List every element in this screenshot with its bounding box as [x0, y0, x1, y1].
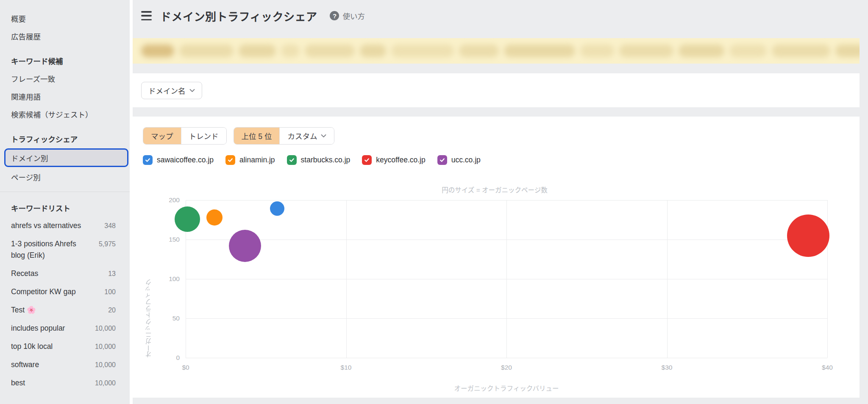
sidebar-item-link[interactable]: ページ別 — [0, 168, 133, 186]
redacted-blob — [281, 45, 300, 57]
redacted-blob — [141, 45, 174, 57]
question-icon: ? — [330, 11, 339, 20]
keyword-list-count: 10,000 — [95, 359, 116, 371]
sidebar-item-link[interactable]: 検索候補（サジェスト） — [0, 105, 133, 123]
y-axis-tick-label: 0 — [158, 354, 180, 362]
keyword-list-count: 5,975 — [99, 238, 116, 250]
keyword-list-count: 10,000 — [95, 341, 116, 352]
chart-bubble[interactable] — [270, 201, 284, 216]
keyword-list-count: 10,000 — [95, 377, 116, 389]
gridline-vertical — [346, 200, 347, 358]
redacted-blob — [305, 45, 355, 57]
keyword-list-count: 20 — [108, 304, 116, 316]
x-axis-tick-label: $30 — [662, 364, 673, 371]
group-by-dropdown[interactable]: ドメイン名 — [141, 82, 202, 99]
chevron-down-icon — [189, 89, 195, 92]
y-axis-title: オーガニックトラフィック — [145, 200, 154, 358]
sidebar-heading: トラフィックシェア — [0, 130, 133, 148]
redacted-blob — [679, 45, 724, 57]
keyword-list-name: includes popular — [11, 323, 65, 334]
page-title: ドメイン別トラフィックシェア — [160, 8, 317, 24]
chart-bubble[interactable] — [229, 230, 261, 262]
x-axis-tick-label: $0 — [182, 364, 189, 371]
gridline-vertical — [506, 200, 507, 358]
redacted-blob — [772, 45, 830, 57]
chart-bubble[interactable] — [206, 209, 223, 226]
redacted-blob — [459, 45, 499, 57]
keyword-list-count: 348 — [104, 220, 116, 231]
sidebar: 概要広告履歴キーワード候補フレーズ一致関連用語検索候補（サジェスト）トラフィック… — [0, 0, 133, 404]
keyword-list-name: ahrefs vs alternatives — [11, 220, 81, 231]
chart-bubble[interactable] — [787, 215, 829, 257]
help-link[interactable]: ? 使い方 — [330, 11, 365, 21]
redacted-blob — [619, 45, 673, 57]
gridline-horizontal — [186, 358, 827, 358]
keyword-list-item[interactable]: ahrefs vs alternatives348 — [0, 217, 133, 235]
keyword-list-name: software — [11, 359, 39, 371]
keyword-list-item[interactable]: includes popular10,000 — [0, 319, 133, 337]
filter-card: ドメイン名 — [133, 73, 860, 107]
sidebar-item-link[interactable]: 関連用語 — [0, 87, 133, 105]
keyword-lists: ahrefs vs alternatives3481-3 positions A… — [0, 217, 133, 392]
y-axis-tick-label: 150 — [158, 236, 180, 243]
bubble-chart: 200150100500$0$10$20$30$40円のサイズ = オーガニック… — [133, 117, 860, 398]
redacted-blob — [360, 45, 386, 57]
keyword-list-item[interactable]: top 10k local10,000 — [0, 337, 133, 356]
y-axis-tick-label: 200 — [158, 196, 180, 204]
keyword-list-item[interactable]: best10,000 — [0, 374, 133, 392]
help-label: 使い方 — [342, 11, 365, 21]
keyword-list-name: Test 🌸 — [11, 304, 36, 316]
redacted-blob — [504, 45, 575, 57]
notice-banner-redacted — [133, 38, 860, 64]
chart-card: マップトレンド 上位 5 位カスタム sawaicoffee.co.jpalin… — [133, 117, 860, 398]
group-by-label: ドメイン名 — [148, 85, 186, 96]
keyword-list-name: Competitor KW gap — [11, 286, 76, 298]
sidebar-nav: 概要広告履歴キーワード候補フレーズ一致関連用語検索候補（サジェスト）トラフィック… — [0, 9, 133, 217]
keyword-list-item[interactable]: Recetas13 — [0, 265, 133, 283]
keyword-list-count: 10,000 — [95, 323, 116, 334]
sidebar-scrollbar[interactable] — [130, 0, 133, 404]
sidebar-item-link[interactable]: 広告履歴 — [0, 27, 133, 45]
keyword-list-name: Recetas — [11, 268, 38, 279]
x-axis-tick-label: $20 — [501, 364, 512, 371]
chart-bubble[interactable] — [175, 206, 200, 232]
sidebar-item-link[interactable]: 概要 — [0, 9, 133, 27]
keyword-list-name: top 10k local — [11, 341, 53, 352]
redacted-blob — [580, 45, 614, 57]
x-axis-tick-label: $40 — [822, 364, 833, 371]
keyword-list-count: 100 — [104, 286, 116, 298]
y-axis-tick-label: 100 — [158, 275, 180, 283]
sidebar-item-link[interactable]: フレーズ一致 — [0, 70, 133, 87]
keyword-list-item[interactable]: Test 🌸20 — [0, 301, 133, 319]
gridline-vertical — [667, 200, 668, 358]
x-axis-title: オーガニックトラフィックバリュー — [454, 383, 559, 393]
sidebar-heading: キーワード候補 — [0, 52, 133, 70]
keyword-list-item[interactable]: Competitor KW gap100 — [0, 283, 133, 301]
sidebar-heading: キーワードリスト — [0, 199, 133, 217]
sidebar-divider — [0, 192, 133, 192]
chart-subtitle: 円のサイズ = オーガニックページ数 — [442, 185, 547, 194]
topbar: ドメイン別トラフィックシェア ? 使い方 — [141, 6, 365, 25]
keyword-list-name: best — [11, 377, 25, 389]
main-content: ドメイン別トラフィックシェア ? 使い方 ドメイン名 マップトレンド 上位 5 … — [133, 0, 868, 404]
redacted-blob — [391, 45, 454, 57]
keyword-list-item[interactable]: 1-3 positions Ahrefs blog (Erik)5,975 — [0, 235, 133, 265]
redacted-blob — [835, 45, 860, 57]
y-axis-tick-label: 50 — [158, 315, 180, 322]
keyword-list-count: 13 — [108, 268, 116, 279]
sidebar-item-selected[interactable]: ドメイン別 — [4, 148, 128, 167]
redacted-blob — [179, 45, 234, 57]
redacted-blob — [729, 45, 767, 57]
menu-icon[interactable] — [141, 11, 152, 20]
keyword-list-item[interactable]: software10,000 — [0, 356, 133, 374]
redacted-blob — [239, 45, 276, 57]
gridline-vertical — [827, 200, 828, 358]
keyword-list-name: 1-3 positions Ahrefs blog (Erik) — [11, 238, 85, 261]
x-axis-tick-label: $10 — [341, 364, 352, 371]
